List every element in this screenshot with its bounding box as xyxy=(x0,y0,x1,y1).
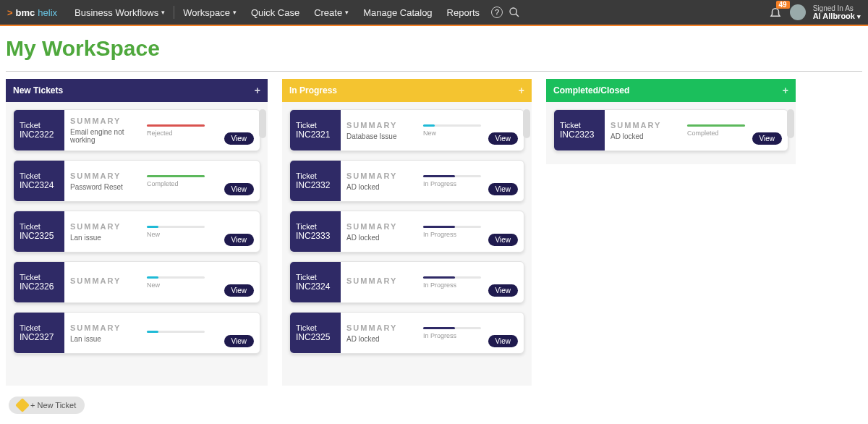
ticket-id: INC2326 xyxy=(20,281,59,292)
nav-item-manage-catalog[interactable]: Manage Catalog xyxy=(356,7,439,18)
view-button[interactable]: View xyxy=(224,234,255,246)
card-status-block: In ProgressView xyxy=(420,211,524,252)
summary-text: Password Reset xyxy=(70,183,138,191)
brand-glyph-icon: > xyxy=(7,7,13,18)
view-button[interactable]: View xyxy=(488,335,519,347)
notifications-icon[interactable]: 49 xyxy=(768,5,783,20)
summary-label: SUMMARY xyxy=(70,116,138,125)
card-status-block: In ProgressView xyxy=(420,313,524,353)
ticket-label: Ticket xyxy=(296,222,335,231)
card-status-block: NewView xyxy=(144,211,260,252)
summary-text: Lan issue xyxy=(70,234,138,242)
view-button[interactable]: View xyxy=(224,132,255,145)
progress-fill xyxy=(147,124,205,127)
chevron-down-icon: ▾ xyxy=(857,13,861,20)
lane-body-new[interactable]: TicketINC2322SUMMARYEmail engine not wor… xyxy=(6,102,268,386)
card-id-block: TicketINC2325 xyxy=(290,313,341,353)
nav-item-quick-case[interactable]: Quick Case xyxy=(244,7,307,18)
ticket-card[interactable]: TicketINC2325SUMMARYAD lockedIn Progress… xyxy=(289,312,524,354)
ticket-card[interactable]: TicketINC2333SUMMARYAD lockedIn Progress… xyxy=(289,211,524,253)
brand-logo[interactable]: > bmc helix xyxy=(7,7,57,18)
view-button[interactable]: View xyxy=(488,234,519,246)
card-summary-block: SUMMARYLan issue xyxy=(64,211,144,252)
summary-label: SUMMARY xyxy=(346,222,414,231)
card-id-block: TicketINC2323 xyxy=(554,110,605,150)
nav-item-workspace[interactable]: Workspace▾ xyxy=(176,7,244,18)
lane-add-icon[interactable]: + xyxy=(255,85,260,96)
view-button[interactable]: View xyxy=(224,183,255,195)
new-ticket-button[interactable]: + New Ticket xyxy=(9,397,85,414)
signed-in-block[interactable]: Signed In As Al Allbrook ▾ xyxy=(813,4,861,21)
nav-left: > bmc helix Business Workflows▾Workspace… xyxy=(7,5,522,20)
card-summary-block: SUMMARYAD locked xyxy=(341,313,420,353)
progress-bar xyxy=(147,331,205,333)
summary-label: SUMMARY xyxy=(70,222,138,231)
summary-label: SUMMARY xyxy=(346,323,414,332)
lane-new: New Tickets + TicketINC2322SUMMARYEmail … xyxy=(6,79,268,386)
progress-fill xyxy=(423,327,455,329)
view-button[interactable]: View xyxy=(752,132,783,145)
pin-icon xyxy=(15,398,30,412)
nav-item-create[interactable]: Create▾ xyxy=(307,7,356,18)
new-ticket-label: + New Ticket xyxy=(30,401,76,410)
summary-label: SUMMARY xyxy=(610,121,678,130)
summary-text: AD locked xyxy=(610,132,678,140)
card-id-block: TicketINC2325 xyxy=(14,211,64,252)
lane-add-icon[interactable]: + xyxy=(783,85,788,96)
progress-fill xyxy=(147,226,158,228)
ticket-id: INC2324 xyxy=(20,180,59,190)
search-icon[interactable] xyxy=(507,5,522,20)
ticket-card[interactable]: TicketINC2325SUMMARYLan issueNewView xyxy=(13,211,260,253)
progress-bar xyxy=(423,226,481,228)
progress-fill xyxy=(423,175,455,177)
ticket-card[interactable]: TicketINC2322SUMMARYEmail engine not wor… xyxy=(13,109,260,151)
ticket-card[interactable]: TicketINC2324SUMMARYIn ProgressView xyxy=(289,261,524,303)
card-status-block: CompletedView xyxy=(684,110,788,150)
chevron-down-icon: ▾ xyxy=(161,9,165,16)
progress-fill xyxy=(147,331,158,333)
lane-title: Completed/Closed xyxy=(553,85,629,96)
nav-item-label: Create xyxy=(314,7,342,18)
lane-add-icon[interactable]: + xyxy=(519,85,524,96)
notification-badge: 49 xyxy=(776,1,790,9)
card-summary-block: SUMMARYPassword Reset xyxy=(64,161,144,201)
view-button[interactable]: View xyxy=(224,284,255,297)
ticket-card[interactable]: TicketINC2321SUMMARYDatabase IssueNewVie… xyxy=(289,109,524,151)
nav-item-reports[interactable]: Reports xyxy=(440,7,488,18)
lane-body-progress[interactable]: TicketINC2321SUMMARYDatabase IssueNewVie… xyxy=(282,102,532,386)
ticket-card[interactable]: TicketINC2324SUMMARYPassword ResetComple… xyxy=(13,160,260,202)
nav-item-business-workflows[interactable]: Business Workflows▾ xyxy=(67,7,172,18)
card-id-block: TicketINC2333 xyxy=(290,211,341,252)
ticket-card[interactable]: TicketINC2327SUMMARYLan issueView xyxy=(13,312,260,354)
view-button[interactable]: View xyxy=(488,183,519,195)
lane-body-done[interactable]: TicketINC2323SUMMARYAD lockedCompletedVi… xyxy=(546,102,796,164)
view-button[interactable]: View xyxy=(488,284,519,297)
progress-bar xyxy=(423,124,481,127)
progress-bar xyxy=(687,124,745,127)
title-divider xyxy=(6,71,862,72)
scrollbar[interactable] xyxy=(523,109,530,138)
scrollbar[interactable] xyxy=(259,109,266,138)
summary-label: SUMMARY xyxy=(346,121,414,130)
ticket-card[interactable]: TicketINC2326SUMMARYNewView xyxy=(13,261,260,303)
ticket-label: Ticket xyxy=(296,171,335,180)
help-icon[interactable]: ? xyxy=(490,5,504,20)
brand-sub: helix xyxy=(38,7,57,18)
avatar[interactable] xyxy=(790,4,806,20)
scrollbar[interactable] xyxy=(787,109,794,138)
user-name: Al Allbrook xyxy=(813,12,855,20)
nav-items: Business Workflows▾Workspace▾Quick CaseC… xyxy=(67,6,487,19)
ticket-id: INC2321 xyxy=(296,130,335,140)
progress-bar xyxy=(423,327,481,329)
summary-label: SUMMARY xyxy=(346,171,414,180)
progress-bar xyxy=(147,226,205,228)
lane-done: Completed/Closed + TicketINC2323SUMMARYA… xyxy=(546,79,796,164)
ticket-id: INC2333 xyxy=(296,231,335,241)
ticket-card[interactable]: TicketINC2332SUMMARYAD lockedIn Progress… xyxy=(289,160,524,202)
ticket-id: INC2324 xyxy=(296,281,335,292)
ticket-card[interactable]: TicketINC2323SUMMARYAD lockedCompletedVi… xyxy=(553,109,788,151)
view-button[interactable]: View xyxy=(488,132,519,145)
view-button[interactable]: View xyxy=(224,335,255,347)
nav-item-label: Manage Catalog xyxy=(363,7,432,18)
ticket-label: Ticket xyxy=(296,121,335,130)
